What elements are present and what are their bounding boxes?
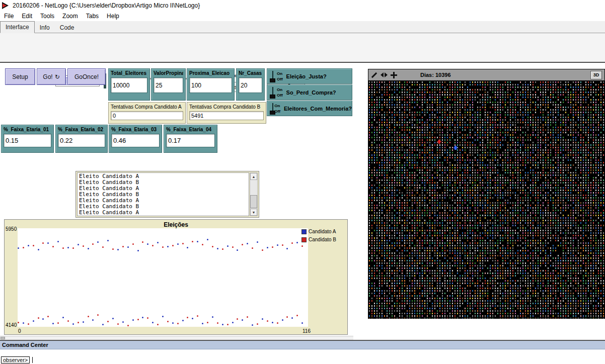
plot-point: [78, 244, 79, 245]
toggle-handle-icon[interactable]: [270, 70, 275, 82]
horizontal-scrollbar[interactable]: [0, 336, 353, 340]
monitor-valor-propina: ValorPropina 25: [151, 68, 186, 101]
title-bar: 20160206 - NetLogo {C:\Users\elder\Dropb…: [0, 0, 605, 11]
plot-point: [137, 250, 139, 251]
switch-on-label: On: [277, 87, 283, 93]
switch-label: So_Perd_Compra?: [286, 89, 336, 96]
scroll-up-icon[interactable]: ▲: [250, 173, 257, 180]
plot-point: [182, 320, 184, 321]
view-3d-button[interactable]: 3D: [590, 71, 602, 79]
plot-point: [277, 322, 278, 324]
plot-area: [18, 228, 308, 327]
plot-point: [301, 245, 303, 247]
plot-point: [157, 242, 159, 243]
plot-point: [122, 246, 124, 247]
interface-toolbar: Edit Delete + Add abc Button ▼ faster ✓ …: [0, 33, 605, 63]
menu-file[interactable]: File: [0, 11, 18, 21]
output-widget: Eleito Candidato AEleito Candidato BElei…: [75, 171, 259, 218]
monitor-value: 25: [154, 77, 183, 93]
view-move-icon[interactable]: [391, 72, 397, 78]
scrollbar-thumb[interactable]: [250, 195, 257, 208]
plot-point: [182, 243, 184, 244]
menu-edit[interactable]: Edit: [18, 11, 36, 21]
menu-tabs[interactable]: Tabs: [82, 11, 103, 21]
plot-point: [232, 322, 234, 323]
plot-point: [262, 318, 263, 320]
plot-point: [33, 245, 34, 246]
view-arrows-icon[interactable]: [381, 72, 388, 77]
setup-button[interactable]: Setup: [5, 68, 35, 85]
view-edit-icon[interactable]: [371, 72, 377, 78]
monitor-label: ValorPropina: [154, 70, 183, 76]
tab-code[interactable]: Code: [55, 23, 80, 33]
switch-so-perd-compra[interactable]: On Off So_Perd_Compra?: [267, 84, 352, 100]
plot-point: [72, 247, 74, 249]
plot-point: [177, 243, 179, 245]
command-input[interactable]: [33, 356, 605, 364]
plot-point: [212, 246, 213, 247]
plot-point: [83, 245, 84, 247]
plot-point: [217, 322, 218, 324]
plot-point: [88, 316, 89, 317]
plot-point: [127, 325, 129, 326]
plot-point: [227, 324, 229, 325]
plot-point: [157, 324, 159, 325]
plot-point: [217, 248, 218, 249]
go-once-label: GoOnce!: [74, 73, 99, 80]
plot-point: [18, 322, 19, 323]
tab-info[interactable]: Info: [35, 23, 55, 33]
plot-point: [78, 322, 79, 323]
plot-point: [282, 319, 283, 321]
plot-point: [47, 242, 49, 244]
plot-point: [177, 323, 179, 324]
plot-point: [207, 322, 208, 323]
observer-prompt[interactable]: observer>: [1, 356, 30, 363]
plot-point: [296, 242, 298, 243]
menu-help[interactable]: Help: [103, 11, 123, 21]
plot-point: [152, 245, 154, 246]
command-center-prompt-row: observer>: [0, 356, 605, 364]
plot-point: [291, 317, 293, 319]
plot-point: [92, 319, 94, 321]
toggle-handle-icon[interactable]: [270, 103, 273, 115]
menu-zoom[interactable]: Zoom: [58, 11, 82, 21]
plot-title: Eleições: [5, 221, 347, 228]
x-axis-max-label: 116: [302, 328, 311, 334]
scrollbar-thumb[interactable]: [1, 337, 5, 339]
plot-point: [42, 318, 44, 320]
switch-eleitores-com-memoria[interactable]: On Off Eleitores_Com_Memoria?: [267, 101, 352, 116]
menu-tools[interactable]: Tools: [36, 11, 58, 21]
plot-point: [42, 242, 44, 244]
monitor-value: 0: [111, 111, 183, 120]
go-button[interactable]: Go! ↻: [37, 68, 66, 85]
output-lines: Eleito Candidato AEleito Candidato BElei…: [77, 172, 249, 216]
go-once-button[interactable]: GoOnce!: [67, 68, 106, 85]
plot-point: [18, 247, 19, 249]
output-scrollbar[interactable]: ▲ ▼: [250, 172, 258, 216]
plot-legend: Candidato A Candidato B: [301, 229, 336, 245]
y-axis-max-label: 5950: [6, 226, 17, 232]
plot-point: [92, 243, 94, 245]
switch-label: Eleitores_Com_Memoria?: [284, 106, 352, 112]
toggle-handle-icon[interactable]: [270, 86, 275, 99]
plot-point: [97, 241, 99, 243]
world-canvas: [368, 81, 604, 318]
plot-point: [197, 315, 198, 317]
plot-point: [222, 324, 223, 325]
plot-point: [102, 324, 104, 325]
plot-point: [62, 247, 64, 249]
plot-point: [197, 241, 198, 242]
switch-eleicao-justa[interactable]: On Off Eleição_Justa?: [267, 68, 352, 84]
plot-point: [62, 317, 64, 318]
tab-interface[interactable]: Interface: [0, 21, 35, 33]
tab-strip: Interface Info Code: [0, 21, 605, 33]
scroll-down-icon[interactable]: ▼: [250, 209, 257, 216]
monitor-label: %_Faixa_Etaria_02: [58, 127, 105, 132]
plot-point: [257, 323, 258, 325]
monitor-value: 0.46: [111, 134, 160, 147]
plot-point: [277, 244, 278, 246]
plot-point: [187, 247, 188, 248]
switch-label: Eleição_Justa?: [286, 73, 327, 79]
go-label: Go!: [43, 73, 52, 80]
forever-icon: ↻: [55, 73, 60, 80]
